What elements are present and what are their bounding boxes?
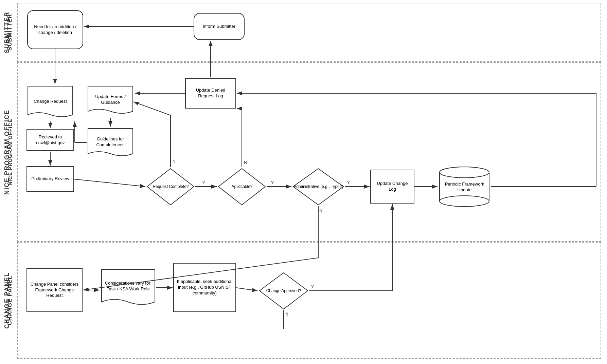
node-guidelines: Guidelines for Completeness — [87, 127, 134, 159]
node-preliminary-review: Preliminary Review — [26, 166, 74, 192]
node-need: Need for an addition / change / deletion — [27, 10, 83, 49]
label-changepanel: CHANGE PANEL — [6, 275, 13, 325]
node-periodic-update: Periodic Framework Update — [438, 166, 491, 207]
node-update-change-log: Update Change Log — [370, 170, 414, 204]
label-submitter: SUBMITTER — [6, 14, 13, 51]
diagram-container: SUBMITTER NICE PROGRAM OFFICE CHANGE PAN… — [0, 0, 607, 364]
node-inform-submitter: Inform Submitter — [194, 13, 245, 40]
label-nice: NICE PROGRAM OFFICE — [7, 119, 13, 186]
node-received: Recieved to ncwf@nist.gov — [26, 129, 74, 151]
node-change-panel-considers: Change Panel considers Framework Change … — [26, 268, 83, 312]
node-seek-input: If applicable, seek additional input (e.… — [173, 263, 236, 312]
node-update-forms: Update Forms / Guidance — [87, 85, 134, 117]
node-considerations: Considerations vary for: Task / KSA Work… — [100, 268, 156, 309]
node-change-request: Change Request — [26, 85, 74, 120]
swimlane-submitter-border — [17, 3, 601, 62]
node-request-complete: Request Complete? — [146, 167, 195, 206]
node-update-denied: Update Denied Request Log — [185, 78, 236, 109]
node-administrative: Administrative (e.g., Typo?) — [292, 167, 345, 206]
node-change-approved: Change Approved? — [258, 271, 309, 310]
node-applicable: Applicable? — [217, 167, 267, 206]
